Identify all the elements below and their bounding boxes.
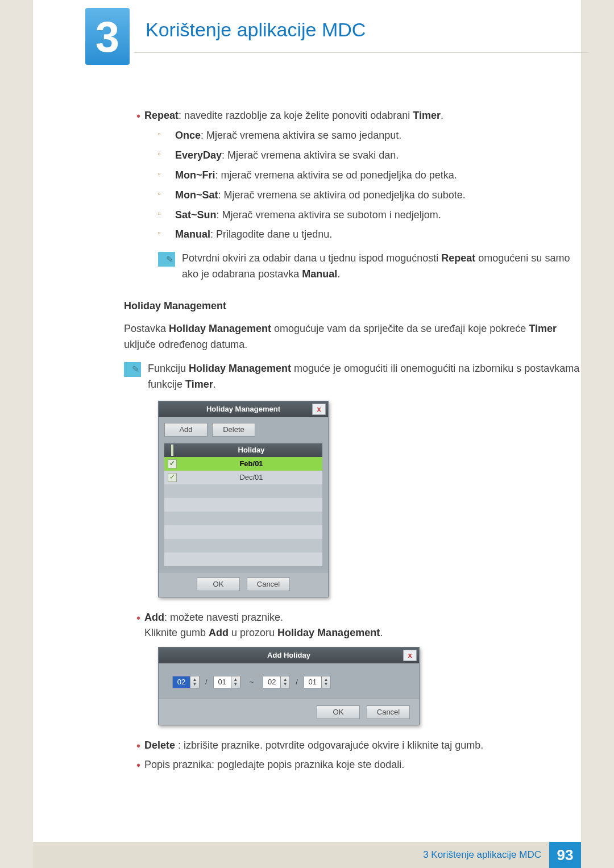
repeat-item-everyday: ▫EveryDay: Mjerač vremena aktivira se sv… [158,148,584,164]
repeat-item-monfri: ▫Mon~Fri: mjerač vremena aktivira se od … [158,168,584,184]
to-day-input[interactable]: 01 [304,676,322,688]
repeat-note-text: Potvrdni okviri za odabir dana u tjednu … [182,251,584,283]
bullet-icon: • [124,738,144,754]
holiday-label: Feb/01 [180,458,322,470]
add-bullet: • Add: možete navesti praznike. Kliknite… [124,610,584,642]
square-marker-icon: ▫ [158,168,175,184]
repeat-bold: Repeat [144,110,179,121]
chapter-title-row: Korištenje aplikacije MDC [134,19,589,53]
checkbox-header[interactable] [164,445,180,456]
repeat-item-monsat: ▫Mon~Sat: Mjerač vremena se aktivira od … [158,188,584,203]
holiday-grid: Holiday ✓ Feb/01 ✓ Dec/01 [164,443,322,566]
add-holiday-body: 02 ▲▼ / 01 ▲▼ ~ 02 ▲▼ / 01 ▲▼ [159,663,419,699]
from-day-stepper[interactable]: 01 ▲▼ [213,676,240,688]
to-month-input[interactable]: 02 [263,676,281,688]
holiday-management-note: Funkciju Holiday Management moguće je om… [124,361,584,393]
dialog-toolbar: Add Delete [159,417,328,440]
holiday-management-note-text: Funkciju Holiday Management moguće je om… [148,361,584,393]
spin-arrows-icon[interactable]: ▲▼ [281,676,290,688]
grid-row-empty [164,525,322,539]
repeat-item-manual: ▫Manual: Prilagodite dane u tjednu. [158,227,584,243]
holiday-column-header: Holiday [180,445,322,456]
square-marker-icon: ▫ [158,148,175,164]
bullet-icon: • [124,757,144,773]
close-button[interactable]: x [403,650,417,661]
from-day-input[interactable]: 01 [213,676,231,688]
grid-row-selected[interactable]: ✓ Feb/01 [164,457,322,471]
grid-row-empty [164,498,322,512]
dialog-title: Holiday Management x [159,401,328,417]
page-footer: 3 Korištenje aplikacije MDC 93 [33,842,581,868]
note-icon [124,362,141,377]
footer-text: 3 Korištenje aplikacije MDC [423,849,541,861]
add-text: Add: možete navesti praznike. Kliknite g… [144,610,383,642]
holiday-label: Dec/01 [180,472,322,483]
footer-page-number: 93 [549,842,581,868]
bullet-icon: • [124,108,144,124]
square-marker-icon: ▫ [158,128,175,144]
grid-header: Holiday [164,443,322,457]
repeat-item-satsun: ▫Sat~Sun: Mjerač vremena aktivira se sub… [158,207,584,223]
from-month-stepper[interactable]: 02 ▲▼ [172,676,200,688]
ok-button[interactable]: OK [317,705,360,719]
chapter-title: Korištenje aplikacije MDC [146,19,589,41]
square-marker-icon: ▫ [158,188,175,203]
chapter-number-badge: 3 [85,8,130,65]
bullet-icon: • [124,610,144,642]
note-icon [158,252,175,267]
delete-text: Delete : izbrišite praznike. potvrdite o… [144,738,483,754]
ok-button[interactable]: OK [197,578,240,591]
slash-separator: / [205,676,208,688]
slash-separator: / [296,676,298,688]
holiday-management-paragraph: Postavka Holiday Management omogućuje va… [124,321,584,353]
repeat-item-once: ▫Once: Mjerač vremena aktivira se samo j… [158,128,584,144]
add-button[interactable]: Add [164,423,208,437]
range-tilde: ~ [246,676,258,688]
holiday-list-text: Popis praznika: pogledajte popis praznik… [144,757,404,773]
cancel-button[interactable]: Cancel [247,578,290,591]
grid-row[interactable]: ✓ Dec/01 [164,471,322,484]
close-button[interactable]: x [312,404,326,415]
dialog-footer: OK Cancel [159,699,419,725]
page: 3 Korištenje aplikacije MDC • Repeat: na… [33,0,581,868]
dialog-footer: OK Cancel [159,572,328,597]
add-holiday-dialog: Add Holiday x 02 ▲▼ / 01 ▲▼ ~ 02 ▲▼ / [158,647,420,725]
dialog-title: Add Holiday x [159,647,419,663]
delete-button[interactable]: Delete [212,423,255,437]
grid-row-empty [164,553,322,566]
content-area: • Repeat: navedite razdoblje za koje žel… [124,108,584,774]
grid-row-empty [164,512,322,525]
repeat-bullet: • Repeat: navedite razdoblje za koje žel… [124,108,584,124]
holiday-management-dialog: Holiday Management x Add Delete Holiday … [158,401,329,597]
to-month-stepper[interactable]: 02 ▲▼ [263,676,290,688]
spin-arrows-icon[interactable]: ▲▼ [190,676,200,688]
delete-bullet: • Delete : izbrišite praznike. potvrdite… [124,738,584,754]
repeat-text: Repeat: navedite razdoblje za koje želit… [144,108,443,124]
spin-arrows-icon[interactable]: ▲▼ [231,676,240,688]
row-checkbox[interactable]: ✓ [168,459,177,468]
spin-arrows-icon[interactable]: ▲▼ [322,676,331,688]
to-day-stepper[interactable]: 01 ▲▼ [304,676,331,688]
grid-row-empty [164,484,322,498]
repeat-note: Potvrdni okviri za odabir dana u tjednu … [158,251,584,283]
square-marker-icon: ▫ [158,227,175,243]
grid-row-empty [164,539,322,553]
holiday-management-heading: Holiday Management [124,298,584,314]
from-month-input[interactable]: 02 [172,676,190,688]
repeat-sub-list: ▫Once: Mjerač vremena aktivira se samo j… [158,128,584,243]
square-marker-icon: ▫ [158,207,175,223]
row-checkbox[interactable]: ✓ [168,473,177,482]
cancel-button[interactable]: Cancel [367,705,410,719]
holiday-list-bullet: • Popis praznika: pogledajte popis prazn… [124,757,584,773]
